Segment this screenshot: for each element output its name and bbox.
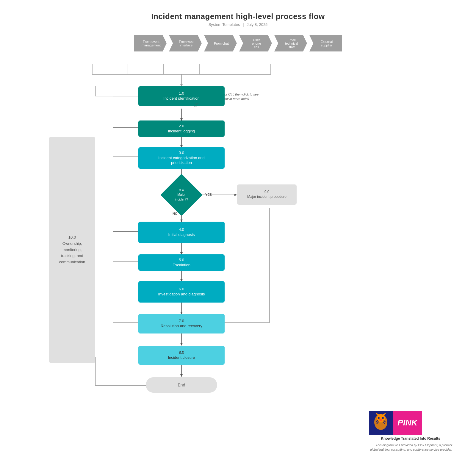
no-label: NO bbox=[173, 212, 178, 215]
logo-pink-text: PINK bbox=[397, 418, 417, 428]
cursor-icon: ☞ bbox=[193, 101, 200, 109]
step8-label: 8.0 Incident closure bbox=[168, 350, 195, 360]
step6-label: 6.0 Investigation and diagnosis bbox=[158, 287, 205, 297]
diamond-container[interactable]: 3.4 Major incident? bbox=[160, 180, 203, 210]
channel-web[interactable]: From webinterface bbox=[169, 35, 202, 51]
step6-box[interactable]: 6.0 Investigation and diagnosis bbox=[138, 281, 225, 303]
step3-label: 3.0 Incident categorization and prioriti… bbox=[158, 151, 204, 166]
channel-chat[interactable]: From chat bbox=[204, 35, 237, 51]
title-section: Incident management high-level process f… bbox=[0, 0, 476, 27]
step2-box[interactable]: 2.0 Incident logging bbox=[138, 120, 225, 137]
step2-label: 2.0 Incident logging bbox=[168, 124, 195, 134]
yes-label: YES bbox=[205, 193, 212, 196]
step7-label: 7.0 Resolution and recovery bbox=[161, 319, 202, 329]
step5-box[interactable]: 5.0 Escalation bbox=[138, 254, 225, 271]
logo-tiger bbox=[369, 411, 393, 435]
diamond-shape bbox=[160, 174, 202, 216]
step5-label: 5.0 Escalation bbox=[173, 258, 190, 268]
channels-row: From eventmanagement From webinterface F… bbox=[0, 35, 476, 51]
channel-event[interactable]: From eventmanagement bbox=[134, 35, 167, 51]
step4-box[interactable]: 4.0 Initial diagnosis bbox=[138, 222, 225, 243]
end-oval: End bbox=[146, 377, 217, 393]
svg-marker-28 bbox=[180, 374, 183, 377]
step4-label: 4.0 Initial diagnosis bbox=[168, 227, 195, 237]
channel-email[interactable]: Emailtechnicalstaff bbox=[274, 35, 307, 51]
svg-marker-26 bbox=[180, 343, 183, 346]
step7-box[interactable]: 7.0 Resolution and recovery bbox=[138, 314, 225, 333]
svg-point-62 bbox=[379, 419, 382, 421]
page-container: Incident management high-level process f… bbox=[0, 0, 476, 476]
subtitle-divider: | bbox=[243, 22, 244, 27]
step1-label: 1.0 Incident identification bbox=[163, 91, 199, 101]
subtitle-system: System Templates bbox=[209, 22, 240, 27]
subtitle: System Templates | July 8, 2025 bbox=[0, 22, 476, 27]
step10-box[interactable]: 10.0 Ownership, monitoring, tracking, an… bbox=[49, 137, 95, 363]
logo-tagline: Knowledge Translated Into Results bbox=[369, 436, 452, 441]
subtitle-date: July 8, 2025 bbox=[247, 22, 267, 27]
logo-area: PINK Knowledge Translated Into Results T… bbox=[369, 411, 452, 452]
svg-marker-16 bbox=[234, 194, 237, 196]
step9-label: 9.0 Major incident procedure bbox=[247, 190, 286, 199]
svg-point-60 bbox=[378, 417, 380, 419]
main-title: Incident management high-level process f… bbox=[0, 12, 476, 21]
step8-box[interactable]: 8.0 Incident closure bbox=[138, 346, 225, 365]
logo-pink-box: PINK bbox=[393, 411, 422, 435]
channel-supplier[interactable]: Externalsupplier bbox=[309, 35, 342, 51]
logo-credit: This diagram was provided by Pink Elepha… bbox=[369, 443, 452, 452]
step9-box[interactable]: 9.0 Major incident procedure bbox=[237, 184, 297, 205]
step3-box[interactable]: 3.0 Incident categorization and prioriti… bbox=[138, 147, 225, 169]
svg-point-61 bbox=[382, 417, 384, 419]
channel-phone[interactable]: Userphonecall bbox=[239, 35, 272, 51]
logo-box: PINK bbox=[369, 411, 452, 435]
end-label: End bbox=[178, 383, 185, 387]
step1-box[interactable]: 1.0 Incident identification bbox=[138, 86, 225, 106]
step10-label: 10.0 Ownership, monitoring, tracking, an… bbox=[59, 234, 85, 265]
